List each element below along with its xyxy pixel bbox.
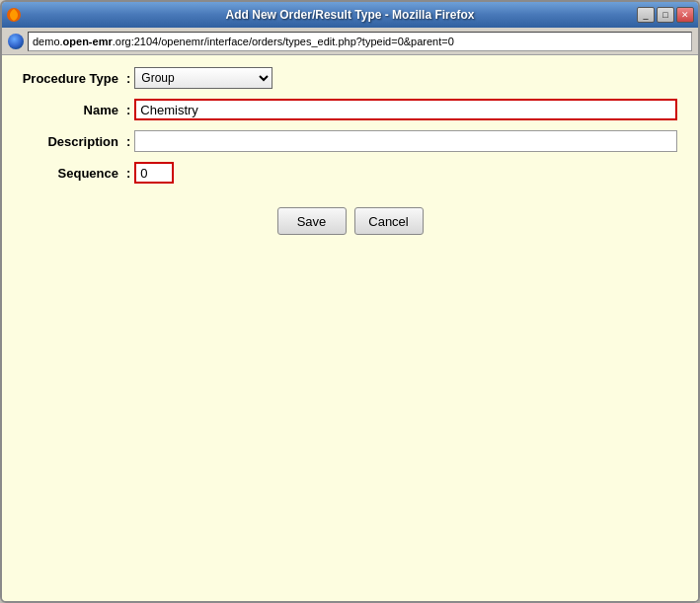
description-field[interactable] — [134, 130, 677, 152]
procedure-type-field[interactable]: Group Procedure Result — [134, 67, 272, 89]
sequence-input[interactable] — [134, 162, 174, 184]
procedure-type-select[interactable]: Group Procedure Result — [134, 67, 272, 89]
sequence-field — [134, 162, 174, 184]
window-controls: _ □ ✕ — [637, 7, 694, 23]
procedure-type-label: Procedure Type — [18, 71, 126, 86]
name-label: Name — [18, 103, 126, 117]
address-bar: demo.open-emr.org:2104/openemr/interface… — [2, 28, 698, 55]
address-text-tld: .org:2104/openemr/interface/orders/types… — [113, 36, 454, 47]
name-field[interactable] — [134, 99, 677, 120]
description-input[interactable] — [134, 130, 677, 152]
description-label: Description — [18, 134, 126, 149]
minimize-button[interactable]: _ — [637, 7, 655, 23]
firefox-icon — [6, 7, 22, 23]
procedure-type-row: Procedure Type : Group Procedure Result — [18, 67, 682, 89]
form-content: Procedure Type : Group Procedure Result … — [2, 55, 698, 601]
restore-button[interactable]: □ — [657, 7, 674, 23]
address-text-bold: open-emr — [63, 36, 113, 47]
site-icon — [8, 34, 24, 49]
window-title: Add New Order/Result Type - Mozilla Fire… — [226, 8, 475, 22]
cancel-button[interactable]: Cancel — [354, 207, 424, 235]
name-row: Name : — [18, 99, 682, 120]
browser-window: Add New Order/Result Type - Mozilla Fire… — [0, 0, 700, 603]
name-input[interactable] — [134, 99, 677, 120]
close-button[interactable]: ✕ — [676, 7, 694, 23]
description-row: Description : — [18, 130, 682, 152]
save-button[interactable]: Save — [277, 207, 347, 235]
address-text-plain: demo. — [33, 36, 63, 47]
sequence-row: Sequence : — [18, 162, 682, 184]
sequence-label: Sequence — [18, 166, 126, 181]
address-field[interactable]: demo.open-emr.org:2104/openemr/interface… — [28, 32, 692, 51]
button-row: Save Cancel — [18, 207, 682, 235]
titlebar: Add New Order/Result Type - Mozilla Fire… — [2, 2, 698, 28]
